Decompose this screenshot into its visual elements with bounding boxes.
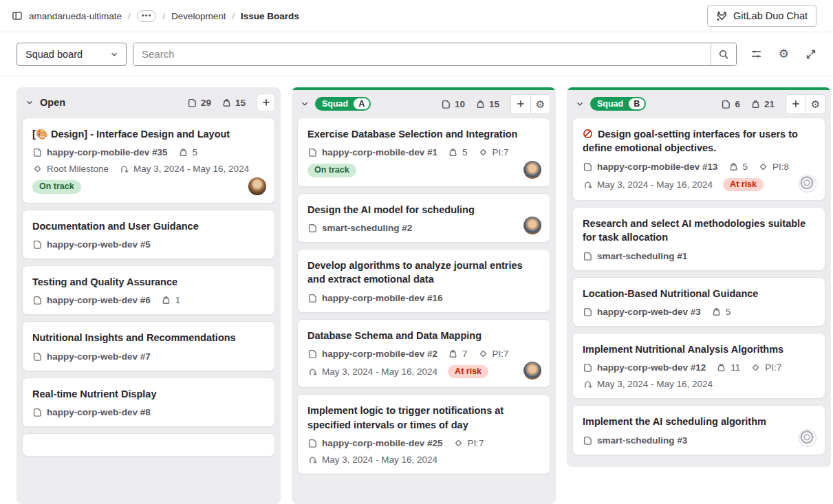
issue-reference: smart-scheduling #3 xyxy=(583,435,687,446)
assignee-avatar[interactable] xyxy=(799,175,816,193)
gitlab-duo-chat-button[interactable]: GitLab Duo Chat xyxy=(707,5,816,27)
iteration-icon xyxy=(119,164,129,174)
weight-icon xyxy=(750,99,761,109)
issue-reference: happy-corp-web-dev #5 xyxy=(32,239,151,250)
issue-reference: happy-corp-mobile-dev #25 xyxy=(307,438,443,448)
issue-title: Exercise Database Selection and Integrat… xyxy=(307,127,540,141)
issue-card[interactable]: Exercise Database Selection and Integrat… xyxy=(297,118,550,187)
add-issue-button[interactable] xyxy=(511,95,530,113)
column-actions: ⚙ xyxy=(786,94,825,114)
sidebar-toggle-icon[interactable] xyxy=(12,10,23,21)
issue-reference: happy-corp-mobile-dev #35 xyxy=(32,147,168,157)
issue-title: Design the AI model for scheduling xyxy=(307,203,540,217)
issue-card[interactable]: Implement Nutritional Analysis Algorithm… xyxy=(572,333,825,399)
column-counts: 6 21 xyxy=(721,99,775,109)
weight-icon xyxy=(178,147,188,157)
issue-iteration: May 3, 2024 - May 16, 2024 xyxy=(119,164,249,174)
issue-card[interactable]: Develop algorithms to analyze journal en… xyxy=(297,249,550,313)
duo-tanuki-ai-icon xyxy=(716,10,728,22)
add-issue-button[interactable] xyxy=(786,95,805,113)
health-status-badge: At risk xyxy=(448,365,488,379)
issue-type-icon xyxy=(307,349,318,359)
board-column-squad-b: Squad B 6 21 ⚙ xyxy=(567,87,831,467)
issue-milestone: PI:7 xyxy=(478,349,509,359)
search-input[interactable] xyxy=(133,43,711,65)
issue-card[interactable]: [🎨 Design] - Interface Design and Layout… xyxy=(22,118,275,204)
issue-title: Research and select AI methodologies sui… xyxy=(583,217,815,245)
add-issue-button[interactable] xyxy=(257,94,275,112)
issue-reference: happy-corp-mobile-dev #13 xyxy=(583,162,718,172)
issue-card[interactable]: Design the AI model for scheduling smart… xyxy=(297,193,550,243)
iteration-icon xyxy=(307,366,318,377)
issue-card[interactable]: Testing and Quality Assurance happy-corp… xyxy=(22,265,275,315)
issue-reference: smart-scheduling #2 xyxy=(307,223,412,233)
issue-type-icon xyxy=(32,239,43,250)
filter-search-bar xyxy=(133,43,737,66)
issue-weight: 11 xyxy=(716,362,740,373)
column-weight-count: 15 xyxy=(235,98,246,108)
column-weight-count: 15 xyxy=(489,99,499,109)
issue-title: Implement logic to trigger notifications… xyxy=(307,404,540,432)
board-switcher-value: Squad board xyxy=(25,49,83,60)
column-card-list: [🎨 Design] - Interface Design and Layout… xyxy=(17,118,281,504)
issue-title: Database Schema and Data Mapping xyxy=(307,329,540,342)
column-scoped-label: Squad B xyxy=(590,97,646,111)
weight-icon xyxy=(711,307,722,317)
breadcrumb-group[interactable]: Development xyxy=(171,11,226,21)
issue-title: Design goal-setting interfaces for users… xyxy=(583,127,815,155)
assignee-avatar[interactable] xyxy=(799,429,816,447)
issue-card[interactable]: Implement logic to trigger notifications… xyxy=(297,394,550,474)
search-icon xyxy=(718,49,729,60)
breadcrumb-project[interactable]: amandarueda-ultimate xyxy=(29,11,122,21)
issue-card[interactable]: Implement the AI scheduling algorithm sm… xyxy=(572,405,825,454)
issue-type-icon xyxy=(32,147,43,157)
issue-card[interactable]: Database Schema and Data Mapping happy-c… xyxy=(297,319,550,388)
issue-card[interactable]: Real-time Nutrient Display happy-corp-we… xyxy=(22,377,275,427)
board-switcher-dropdown[interactable]: Squad board xyxy=(17,43,127,66)
assignee-avatar[interactable] xyxy=(523,161,541,179)
issue-card[interactable]: Design goal-setting interfaces for users… xyxy=(572,118,825,201)
issue-type-icon xyxy=(32,407,43,417)
column-header: Open 29 15 xyxy=(17,87,281,118)
search-button[interactable] xyxy=(711,43,736,65)
issue-weight: 5 xyxy=(178,147,198,157)
issue-weight: 5 xyxy=(711,307,731,317)
column-title: Open xyxy=(40,97,65,108)
issue-count-icon xyxy=(721,99,731,109)
collapse-column-chevron-icon[interactable] xyxy=(575,99,585,109)
breadcrumb-separator: / xyxy=(128,11,131,21)
health-status-badge: On track xyxy=(32,180,81,194)
issue-milestone: PI:7 xyxy=(478,147,509,157)
health-status-badge: On track xyxy=(307,164,356,177)
assignee-avatar[interactable] xyxy=(248,177,266,195)
column-issue-count: 6 xyxy=(735,99,740,109)
board-filters-sliders-icon[interactable] xyxy=(750,48,762,60)
column-header: Squad A 10 15 ⚙ xyxy=(292,90,556,118)
fullscreen-expand-icon[interactable] xyxy=(805,49,816,60)
column-settings-gear-icon[interactable]: ⚙ xyxy=(530,95,550,113)
milestone-icon xyxy=(750,362,761,373)
issue-card[interactable]: Location-Based Nutritional Guidance happ… xyxy=(572,277,825,327)
issue-title: [🎨 Design] - Interface Design and Layout xyxy=(32,127,265,141)
issue-card[interactable] xyxy=(22,433,275,457)
milestone-icon xyxy=(478,147,488,157)
issue-reference: happy-corp-web-dev #6 xyxy=(32,295,151,305)
issue-title: Implement Nutritional Analysis Algorithm… xyxy=(583,342,815,356)
issue-reference: happy-corp-web-dev #8 xyxy=(32,407,151,417)
issue-card[interactable]: Documentation and User Guidance happy-co… xyxy=(22,210,275,259)
toolbar-actions: ⚙ xyxy=(750,48,816,60)
issue-title: Develop algorithms to analyze journal en… xyxy=(307,259,540,287)
milestone-icon xyxy=(758,162,768,172)
breadcrumb: amandarueda-ultimate / ••• / Development… xyxy=(12,10,299,22)
column-settings-gear-icon[interactable]: ⚙ xyxy=(805,95,825,113)
scoped-label-value: A xyxy=(354,98,369,109)
collapse-column-chevron-icon[interactable] xyxy=(25,98,34,107)
issue-card[interactable]: Nutritional Insights and Recommendations… xyxy=(22,321,275,371)
board-settings-gear-icon[interactable]: ⚙ xyxy=(779,48,789,60)
milestone-icon xyxy=(453,438,464,448)
assignee-avatar[interactable] xyxy=(523,217,541,234)
column-actions: ⚙ xyxy=(510,94,550,114)
collapse-column-chevron-icon[interactable] xyxy=(300,99,310,109)
issue-card[interactable]: Research and select AI methodologies sui… xyxy=(572,207,825,271)
breadcrumb-ellipsis-button[interactable]: ••• xyxy=(137,10,157,22)
